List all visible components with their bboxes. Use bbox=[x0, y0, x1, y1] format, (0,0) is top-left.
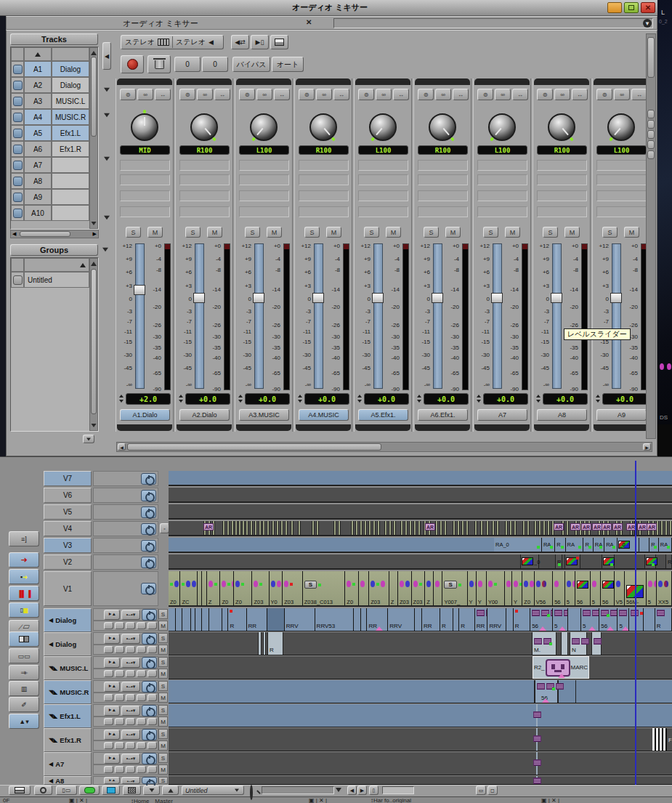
waveform-button[interactable]: ⯈⯅ bbox=[104, 777, 120, 784]
a1-clip[interactable] bbox=[267, 608, 284, 631]
track-id-cell[interactable]: A6 bbox=[24, 141, 52, 157]
solo-button-a5[interactable]: S bbox=[158, 729, 168, 739]
v4-clip-tick[interactable] bbox=[231, 521, 234, 535]
a5-content[interactable] bbox=[169, 704, 672, 727]
track-enable-checkbox[interactable] bbox=[13, 81, 23, 90]
a1-clip[interactable]: 56 bbox=[530, 608, 553, 631]
a1-clip[interactable]: R bbox=[228, 608, 246, 631]
groups-scroll-up-icon[interactable] bbox=[91, 262, 97, 266]
track-name-cell[interactable] bbox=[52, 173, 89, 189]
v1-clip[interactable]: Z0 bbox=[169, 571, 180, 605]
monitor-icon[interactable] bbox=[142, 657, 157, 669]
level-fader-thumb[interactable] bbox=[193, 293, 205, 303]
a1-clip[interactable]: RRV bbox=[487, 608, 506, 631]
solo-button-a7[interactable]: S bbox=[158, 777, 168, 784]
v2-clip[interactable] bbox=[644, 554, 656, 568]
v4-clip-tick[interactable] bbox=[522, 521, 525, 535]
v4-clip-tick[interactable] bbox=[409, 521, 412, 535]
pan-knob[interactable] bbox=[429, 113, 456, 141]
step-forward-button[interactable]: ▶ bbox=[357, 786, 367, 795]
gain-spinner[interactable] bbox=[237, 393, 243, 404]
playhead[interactable] bbox=[635, 461, 636, 785]
track-enable-checkbox[interactable] bbox=[13, 209, 23, 218]
v1-clip[interactable]: Y00 bbox=[487, 571, 505, 605]
monitor-icon[interactable] bbox=[142, 609, 157, 621]
toggle-timeline-button[interactable]: ▯▭ bbox=[56, 786, 77, 795]
groups-vscrollbar[interactable] bbox=[89, 258, 98, 431]
v4-clip-tick[interactable] bbox=[360, 521, 363, 535]
groups-header-enable-col[interactable] bbox=[11, 258, 24, 272]
v1-clip[interactable]: Z03 bbox=[252, 571, 269, 605]
level-fader-track[interactable] bbox=[373, 243, 383, 389]
a2-clip[interactable]: M. bbox=[532, 632, 556, 655]
gang-icon[interactable]: ∞ bbox=[495, 89, 511, 100]
mute-button[interactable]: M bbox=[147, 227, 163, 238]
a2-clip[interactable] bbox=[591, 632, 602, 655]
blank-slot[interactable] bbox=[137, 670, 146, 677]
mute-button[interactable]: M bbox=[505, 227, 520, 238]
a1-content[interactable]: RRRRRVRRV53RRRRVRRRRRRRRVR5655565R bbox=[169, 608, 672, 631]
v4-clip-tick[interactable] bbox=[316, 521, 319, 535]
mute-button-a5[interactable]: M bbox=[158, 741, 168, 751]
blank-slot[interactable] bbox=[115, 646, 124, 653]
track-name-cell[interactable]: Dialog bbox=[52, 77, 89, 93]
blank-slot[interactable] bbox=[115, 694, 124, 701]
mute-button[interactable]: M bbox=[624, 227, 639, 238]
disclosure-4-icon[interactable] bbox=[104, 216, 110, 220]
v4-clip-tick[interactable] bbox=[250, 521, 253, 535]
a1-clip[interactable]: RR bbox=[367, 608, 388, 631]
level-fader-track[interactable] bbox=[135, 243, 145, 389]
mute-button-a2[interactable]: M bbox=[158, 669, 168, 679]
v2-clip[interactable] bbox=[602, 554, 615, 568]
a1-clip[interactable]: RRV bbox=[388, 608, 414, 631]
v2-content[interactable]: _0RRA bbox=[169, 554, 672, 570]
track-id-cell[interactable]: A9 bbox=[24, 189, 52, 205]
track-name-cell[interactable]: MUSIC.L bbox=[52, 93, 89, 109]
blank-slot[interactable] bbox=[104, 622, 113, 629]
v3-clip[interactable]: R bbox=[555, 538, 565, 552]
mute-button-a6[interactable]: M bbox=[158, 764, 168, 775]
a2-content[interactable]: RM.N bbox=[169, 632, 672, 655]
blank-slot[interactable] bbox=[126, 766, 135, 773]
v4-clip-tick[interactable] bbox=[351, 521, 354, 535]
track-id-cell[interactable]: A8 bbox=[24, 173, 52, 189]
v4-clip-tick[interactable] bbox=[660, 521, 663, 535]
a1-clip[interactable] bbox=[453, 608, 459, 631]
gain-spinner[interactable] bbox=[416, 393, 422, 404]
solo-button-a2[interactable]: S bbox=[158, 657, 168, 667]
v1-clip[interactable]: Z bbox=[425, 571, 434, 605]
track-id-cell[interactable]: A4 bbox=[24, 109, 52, 125]
v1-clip[interactable]: Y bbox=[512, 571, 522, 605]
v4-clip-tick[interactable] bbox=[377, 521, 380, 535]
v4-clip-tick[interactable] bbox=[457, 521, 460, 535]
step-back-button[interactable]: ◀ bbox=[347, 786, 357, 795]
v3-clip[interactable]: RA_0 bbox=[494, 538, 542, 552]
blank-slot[interactable] bbox=[147, 694, 157, 701]
v4-clip-tick[interactable] bbox=[547, 521, 550, 535]
a1-clip[interactable] bbox=[182, 608, 191, 631]
a3-content[interactable]: R2_MARC bbox=[169, 656, 672, 679]
track-enable-checkbox[interactable] bbox=[13, 129, 23, 138]
v4-clip-tick[interactable] bbox=[291, 521, 294, 535]
tab-dropdown-field[interactable] bbox=[333, 18, 653, 28]
v4-clip-tick[interactable] bbox=[405, 521, 408, 535]
channel-name-button[interactable]: A9 bbox=[596, 409, 647, 421]
level-fader-track[interactable] bbox=[493, 243, 502, 389]
solo-button-a1[interactable]: S bbox=[158, 633, 168, 643]
blank-slot[interactable] bbox=[147, 766, 157, 773]
gain-spinner[interactable] bbox=[475, 393, 482, 404]
v4-clip-tick[interactable] bbox=[254, 521, 257, 535]
a1-clip[interactable] bbox=[209, 608, 222, 631]
blank-slot[interactable] bbox=[115, 670, 124, 677]
track-row-A4[interactable]: A4MUSIC.R bbox=[11, 109, 89, 125]
video-track-header-V3[interactable]: V3 bbox=[44, 538, 92, 553]
v4-clip-tick[interactable] bbox=[480, 521, 483, 535]
a1-clip[interactable] bbox=[169, 608, 176, 631]
pan-knob[interactable] bbox=[250, 113, 278, 141]
a1-clip[interactable] bbox=[644, 608, 655, 631]
a2-clip[interactable] bbox=[561, 632, 568, 655]
focus-button[interactable] bbox=[34, 786, 52, 795]
mute-button[interactable]: M bbox=[267, 227, 282, 238]
pan-knob[interactable] bbox=[607, 113, 635, 141]
v1-clip[interactable]: SZ038_C013 bbox=[303, 571, 346, 605]
